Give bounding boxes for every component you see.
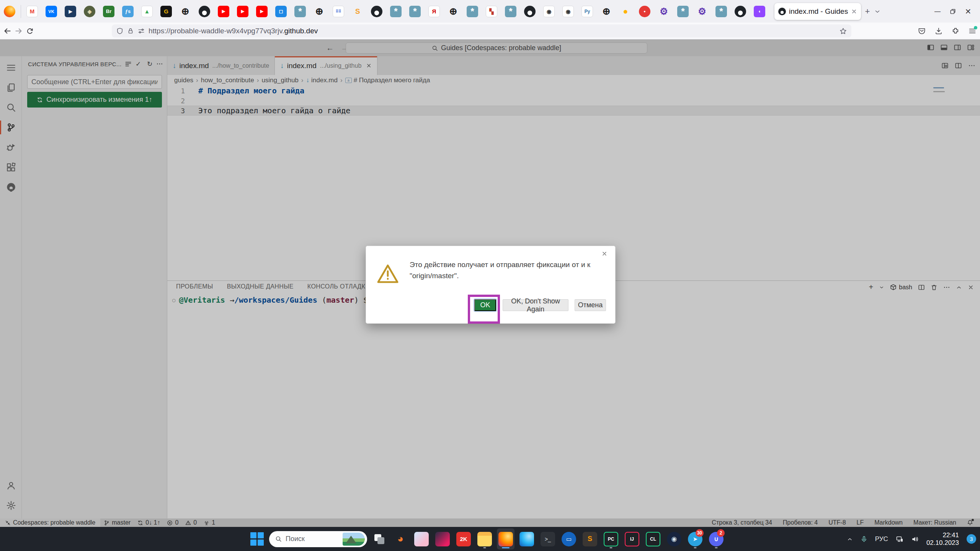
pinned-tab-teal-app[interactable]: * xyxy=(677,6,689,17)
pinned-tab-breaking-bad[interactable]: Br xyxy=(103,6,114,17)
pinned-tab-youtube[interactable]: ▶ xyxy=(237,6,248,17)
pinned-tab-firefox[interactable] xyxy=(4,6,15,17)
shield-icon[interactable] xyxy=(116,28,123,34)
app-menu-icon[interactable] xyxy=(969,27,976,35)
tab-close-icon[interactable] xyxy=(851,8,857,15)
system-tray: РУС 22:41 02.10.2023 3 xyxy=(847,527,976,551)
network-icon[interactable] xyxy=(896,535,903,543)
dont-show-again-button[interactable]: OK, Don't Show Again xyxy=(503,299,568,311)
pinned-tab-teal-app[interactable]: * xyxy=(390,6,402,17)
taskbar-explorer-icon[interactable] xyxy=(476,528,493,549)
pinned-tab-github[interactable] xyxy=(735,6,746,17)
pinned-tab-youtube[interactable]: ▶ xyxy=(256,6,268,17)
forward-icon[interactable] xyxy=(15,24,23,37)
pinned-tab-gear-purple[interactable]: ⚙ xyxy=(658,6,670,17)
clock[interactable]: 22:41 02.10.2023 xyxy=(926,531,959,547)
taskbar-start-icon[interactable] xyxy=(248,528,266,549)
taskbar-game-genshin-icon[interactable] xyxy=(413,528,430,549)
browser-tab-bar: MVK▶◈Brƒs▲G⊕▶▶▶◻*⊕⠿⠿S**Я⊕*▚*◉◉Py⊕●●⚙*⚙*◖… xyxy=(0,0,980,23)
tab-list-chevron-icon[interactable] xyxy=(874,5,881,18)
taskbar-firefox-icon[interactable] xyxy=(497,528,514,549)
pinned-tab-emblem[interactable]: ◈ xyxy=(84,6,95,17)
pinned-tab-video-player[interactable]: ▶ xyxy=(65,6,76,17)
pinned-tab-teal-app[interactable]: * xyxy=(467,6,478,17)
extensions-puzzle-icon[interactable] xyxy=(952,27,959,35)
notification-count-badge[interactable]: 3 xyxy=(967,534,976,544)
annotation-highlight xyxy=(468,295,500,324)
pinned-tab-vk[interactable]: VK xyxy=(46,6,57,17)
taskbar-pycharm-icon[interactable]: PC xyxy=(602,528,620,549)
dialog-message-line1: Это действие получает и отправляет фикса… xyxy=(410,261,590,269)
window-controls: — ✕ xyxy=(926,0,980,23)
pinned-tab-github[interactable] xyxy=(371,6,382,17)
pinned-tab-cubes[interactable]: ▚ xyxy=(486,6,497,17)
pinned-tab-text-dots[interactable]: ⠿⠿ xyxy=(333,6,344,17)
pinned-tab-globe[interactable]: ⊕ xyxy=(448,6,459,17)
pinned-tab-globe[interactable]: ⊕ xyxy=(314,6,325,17)
taskbar-task-view-icon[interactable] xyxy=(371,528,388,549)
taskbar-discord-icon[interactable]: ∪2 xyxy=(707,528,725,549)
restore-button[interactable] xyxy=(949,0,956,23)
pinned-tab-gmail[interactable]: M xyxy=(26,6,38,17)
pinned-tab-gear-purple[interactable]: ⚙ xyxy=(696,6,708,17)
pinned-tab-globe[interactable]: ⊕ xyxy=(601,6,612,17)
pinned-tab-map-pin[interactable]: ● xyxy=(639,6,650,17)
pinned-tab-yandex[interactable]: Я xyxy=(428,6,440,17)
new-tab-button[interactable]: + xyxy=(861,5,874,18)
taskbar-remote-desktop-icon[interactable]: ▭ xyxy=(560,528,578,549)
pinned-tab-g-black[interactable]: G xyxy=(160,6,172,17)
bookmark-star-icon[interactable] xyxy=(840,28,847,35)
pinned-tab-teal-app[interactable]: * xyxy=(715,6,727,17)
taskbar-blender-icon[interactable]: ◕ xyxy=(392,528,409,549)
minimize-button[interactable]: — xyxy=(926,0,949,23)
pinned-tab-yandex-music[interactable]: ● xyxy=(620,6,631,17)
pinned-tab-github[interactable] xyxy=(524,6,536,17)
pinned-tab-globe[interactable]: ⊕ xyxy=(180,6,191,17)
taskbar-2k-icon[interactable]: 2K xyxy=(455,528,472,549)
taskbar-steam-icon[interactable]: ◉ xyxy=(665,528,683,549)
browser-active-tab[interactable]: index.md - Guides [Co xyxy=(774,3,861,20)
pinned-tab-teal-app[interactable]: * xyxy=(294,6,306,17)
toolbar-right xyxy=(918,24,976,37)
taskbar-sublime-icon[interactable]: S xyxy=(581,528,599,549)
dialog-close-icon[interactable] xyxy=(601,251,608,257)
language-indicator[interactable]: РУС xyxy=(875,535,888,543)
pinned-tab-google-drive[interactable]: ▲ xyxy=(141,6,153,17)
tab-title: index.md - Guides [Co xyxy=(789,7,848,16)
taskbar-firefox-beta-icon[interactable] xyxy=(518,528,536,549)
reload-icon[interactable] xyxy=(26,24,34,37)
pinned-tab-chat[interactable]: ◻ xyxy=(275,6,287,17)
download-icon[interactable] xyxy=(935,27,942,35)
pinned-tab-github[interactable] xyxy=(199,6,210,17)
back-icon[interactable] xyxy=(3,24,11,37)
taskbar-search[interactable]: Поиск xyxy=(269,531,367,547)
microphone-icon[interactable] xyxy=(861,536,867,543)
url-text: https://probable-waddle-w9x4vpg77vq3rjv.… xyxy=(149,27,318,35)
taskbar-clion-icon[interactable]: CL xyxy=(644,528,662,549)
pinned-tab-youtube[interactable]: ▶ xyxy=(218,6,229,17)
taskbar-intellij-icon[interactable]: IJ xyxy=(623,528,641,549)
pinned-tab-eye[interactable]: ◉ xyxy=(562,6,574,17)
volume-icon[interactable] xyxy=(911,535,919,543)
taskbar-game-honkai-icon[interactable] xyxy=(434,528,451,549)
pocket-icon[interactable] xyxy=(918,27,926,35)
pinned-tab-twitch[interactable]: ◖ xyxy=(754,6,765,17)
pinned-tab-eye[interactable]: ◉ xyxy=(543,6,555,17)
windows-logo xyxy=(250,532,264,546)
active-indicator xyxy=(502,547,510,548)
pinned-tab-fs-app[interactable]: ƒs xyxy=(122,6,134,17)
pinned-tab-git-site[interactable]: S xyxy=(352,6,363,17)
date: 02.10.2023 xyxy=(926,539,959,547)
cancel-button[interactable]: Отмена xyxy=(575,299,606,311)
pinned-tab-python[interactable]: Py xyxy=(581,6,593,17)
taskbar-terminal-icon[interactable]: >_ xyxy=(539,528,557,549)
lock-icon[interactable] xyxy=(127,28,134,34)
pinned-tab-teal-app[interactable]: * xyxy=(505,6,516,17)
taskbar-search-icon[interactable]: Поиск xyxy=(269,528,367,549)
close-window-button[interactable]: ✕ xyxy=(956,0,980,23)
tray-chevron-up-icon[interactable] xyxy=(847,536,853,542)
permissions-icon[interactable] xyxy=(138,28,145,34)
pinned-tab-teal-app[interactable]: * xyxy=(409,6,421,17)
taskbar-telegram-icon[interactable]: ➤30 xyxy=(686,528,704,549)
address-bar[interactable]: https://probable-waddle-w9x4vpg77vq3rjv.… xyxy=(112,24,851,37)
